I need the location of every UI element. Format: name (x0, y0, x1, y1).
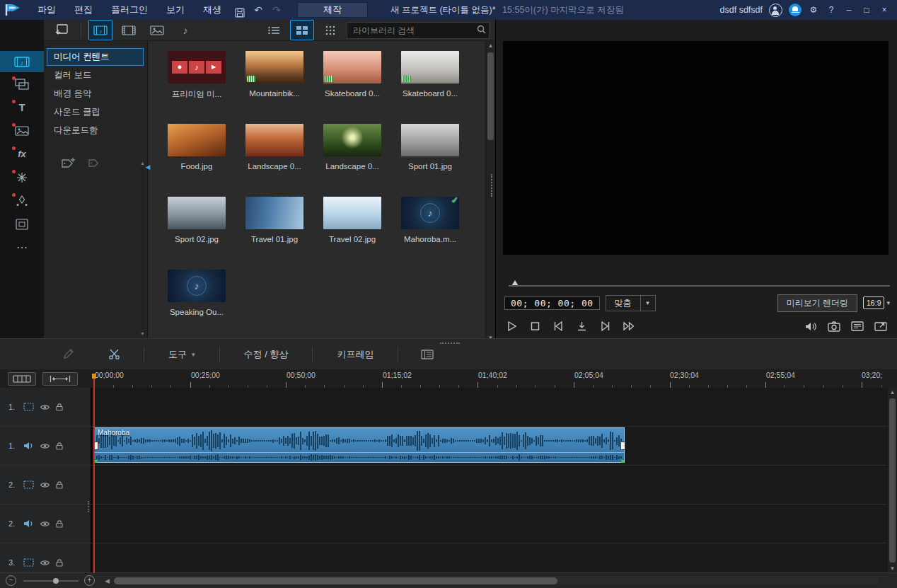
track-lane[interactable] (92, 505, 888, 543)
track-visibility-toggle[interactable] (40, 403, 50, 411)
volume-icon[interactable] (805, 321, 817, 332)
zoom-fit-dropdown[interactable]: 맞춤 ▼ (606, 295, 656, 311)
timecode-display[interactable]: 00; 00; 00; 00 (504, 296, 600, 310)
sticker-room-button[interactable] (0, 189, 44, 212)
track-lock-toggle[interactable] (56, 480, 63, 489)
media-item[interactable]: Speaking Ou... (158, 270, 236, 342)
menu-file[interactable]: 파일 (28, 0, 65, 20)
snapshot-icon[interactable] (828, 321, 840, 332)
undock-preview-icon[interactable] (874, 321, 887, 332)
add-tag-icon[interactable] (61, 156, 76, 169)
track-header[interactable]: 1. (0, 427, 92, 465)
maximize-button[interactable]: □ (861, 5, 872, 15)
menu-edit[interactable]: 편집 (65, 0, 102, 20)
timeline-horizontal-scrollbar[interactable] (114, 577, 879, 584)
track-lock-toggle[interactable] (56, 403, 63, 411)
track-visibility-toggle[interactable] (40, 559, 50, 567)
keyframe-button[interactable]: 키프레임 (337, 348, 374, 361)
media-room-button[interactable]: ♪ (0, 51, 44, 72)
undo-icon[interactable]: ↶ (249, 0, 267, 20)
media-item[interactable]: Travel 01.jpg (236, 197, 313, 270)
notification-bell-icon[interactable] (789, 4, 801, 16)
audio-clip-mahoroba[interactable]: Mahoroba (94, 427, 625, 463)
track-header[interactable]: 1. (0, 388, 92, 426)
track-lane[interactable] (92, 388, 888, 426)
stop-button[interactable] (529, 321, 541, 332)
capture-frame-button[interactable] (576, 321, 588, 332)
timeline-range-button[interactable] (8, 372, 36, 386)
preview-seekbar[interactable] (506, 279, 891, 289)
track-lane[interactable] (92, 543, 888, 573)
panel-splitter-vertical[interactable] (491, 174, 492, 197)
scrollbar-thumb[interactable] (487, 52, 494, 140)
media-item[interactable]: Sport 01.jpg (391, 124, 469, 197)
menu-plugin[interactable]: 플러그인 (102, 0, 157, 20)
title-room-button[interactable]: T (0, 96, 44, 119)
pip-objects-room-button[interactable] (0, 119, 44, 142)
panel-splitter-horizontal[interactable] (440, 342, 460, 344)
import-media-button[interactable] (50, 20, 74, 40)
zoom-in-button[interactable]: + (84, 575, 95, 586)
menu-play[interactable]: 재생 (194, 0, 231, 20)
track-lock-toggle[interactable] (56, 442, 63, 450)
scroll-up-icon[interactable]: ▲ (888, 388, 897, 397)
track-header[interactable]: 2. (0, 466, 92, 504)
media-grid-scrollbar[interactable]: ▲ ▼ (485, 41, 495, 342)
display-info-icon[interactable] (851, 321, 864, 332)
list-view-button[interactable] (262, 20, 286, 40)
particle-room-button[interactable] (0, 166, 44, 189)
preview-render-button[interactable]: 미리보기 렌더링 (777, 294, 857, 312)
search-input[interactable] (347, 22, 490, 39)
fix-enhance-button[interactable]: 수정 / 향상 (244, 348, 289, 361)
category-downloads[interactable]: 다운로드함 (47, 122, 144, 139)
thumbnail-size-button[interactable] (318, 20, 342, 40)
chapter-room-button[interactable] (0, 212, 44, 236)
media-item[interactable]: Travel 02.jpg (313, 197, 391, 270)
settings-gear-icon[interactable]: ⚙ (808, 5, 819, 15)
filter-music-button[interactable]: ♪ (173, 20, 197, 40)
fast-forward-button[interactable] (623, 321, 635, 332)
chevron-down-icon[interactable]: ▾ (886, 299, 890, 306)
media-item[interactable]: Landscape 0... (236, 124, 313, 197)
category-sound-clips[interactable]: 사운드 클립 (47, 103, 144, 121)
clip-trim-handle-right[interactable] (620, 442, 625, 450)
media-item[interactable]: Landscape 0... (313, 124, 391, 197)
redo-icon[interactable]: ↷ (267, 0, 286, 20)
category-color-boards[interactable]: 컬러 보드 (47, 67, 144, 84)
track-lock-toggle[interactable] (56, 558, 63, 567)
media-item[interactable]: Skateboard 0... (313, 51, 391, 124)
scrollbar-thumb[interactable] (889, 398, 896, 563)
track-lock-toggle[interactable] (56, 519, 63, 528)
preview-video-area[interactable] (503, 41, 889, 255)
track-header-resize-handle[interactable] (88, 501, 89, 512)
produce-button[interactable]: 제작 (297, 2, 368, 18)
media-item[interactable]: Mountainbik... (236, 51, 313, 124)
grid-view-button[interactable] (290, 20, 314, 40)
close-button[interactable]: × (879, 5, 890, 15)
scroll-up-icon[interactable]: ▲ (486, 41, 495, 50)
tag-icon[interactable] (88, 157, 100, 168)
track-visibility-toggle[interactable] (40, 520, 50, 528)
media-item[interactable]: Sport 02.jpg (158, 197, 236, 270)
track-list-icon[interactable] (421, 349, 434, 360)
track-manager-button[interactable] (42, 372, 78, 386)
collapse-panel-handle[interactable]: ◀ (144, 153, 152, 181)
track-header[interactable]: 3. (0, 543, 92, 573)
category-scrollbar[interactable]: ▲ ▼ (139, 160, 146, 337)
zoom-out-button[interactable]: − (6, 575, 16, 586)
track-visibility-toggle[interactable] (40, 442, 50, 450)
overlay-room-button[interactable] (0, 72, 44, 96)
tools-dropdown[interactable]: 도구 ▾ (168, 348, 195, 361)
menu-view[interactable]: 보기 (157, 0, 194, 20)
account-avatar-icon[interactable] (769, 4, 782, 17)
scroll-left-icon[interactable]: ◀ (105, 577, 110, 584)
zoom-slider-thumb[interactable] (53, 578, 59, 584)
media-item[interactable]: Mahoroba.m... (391, 197, 469, 270)
timeline-ruler[interactable]: 00;00;00 00;25;00 00;50;00 01;15;02 01;4… (92, 369, 897, 388)
aspect-ratio-dropdown[interactable]: 16:9 ▾ (863, 296, 890, 309)
save-project-icon[interactable] (231, 3, 249, 18)
playhead[interactable] (93, 374, 95, 573)
dropdown-arrow-icon[interactable]: ▼ (640, 296, 655, 311)
play-button[interactable] (506, 321, 518, 332)
previous-frame-button[interactable] (552, 321, 565, 332)
